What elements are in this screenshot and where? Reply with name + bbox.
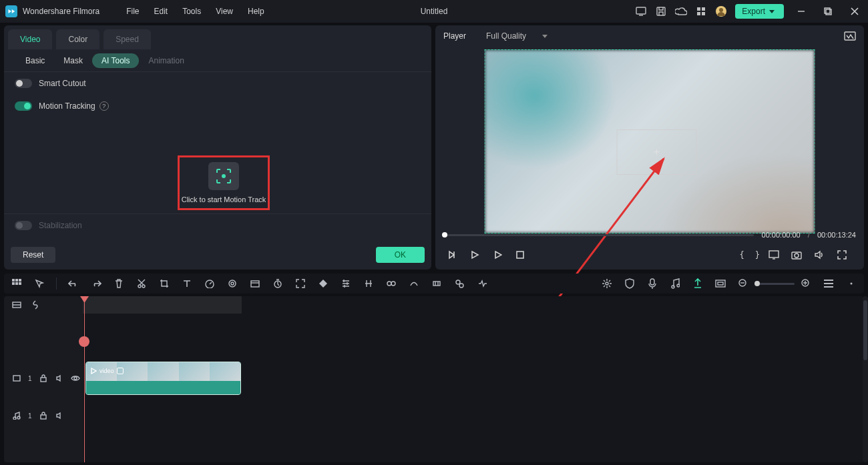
timeline-ruler[interactable]: 00:0000:00:05:0000:00:10:0000:00:15:0000… — [83, 296, 857, 314]
mark-out-icon[interactable]: } — [750, 250, 765, 260]
fit-icon[interactable] — [294, 278, 306, 290]
timeline: 00:0000:00:05:0000:00:10:0000:00:15:0000… — [4, 296, 864, 462]
more-icon[interactable] — [845, 278, 857, 290]
tool-c-icon[interactable] — [408, 278, 420, 290]
list-icon[interactable] — [823, 278, 835, 290]
motion-track-button[interactable] — [208, 162, 239, 190]
tool-f-icon[interactable] — [476, 278, 488, 290]
reset-button[interactable]: Reset — [11, 247, 55, 263]
window-maximize[interactable] — [819, 2, 837, 21]
quality-value: Full Quality — [486, 31, 526, 41]
stop-icon[interactable] — [511, 248, 529, 262]
menu-tools[interactable]: Tools — [182, 7, 201, 16]
pointer-icon[interactable] — [33, 278, 45, 290]
eye-icon[interactable] — [71, 374, 80, 383]
ok-button[interactable]: OK — [376, 247, 425, 263]
playhead-handle[interactable] — [79, 336, 89, 347]
display-icon[interactable] — [765, 248, 783, 262]
panel-top-tabs: Video Color Speed — [4, 25, 431, 49]
play-icon[interactable] — [466, 248, 483, 262]
svg-rect-1 — [636, 7, 646, 14]
grid-tool-icon[interactable] — [11, 278, 23, 290]
menu-file[interactable]: File — [126, 7, 139, 16]
redo-icon[interactable] — [90, 278, 102, 290]
zoom-out-icon[interactable] — [737, 278, 749, 290]
music-icon[interactable] — [669, 278, 681, 290]
save-icon[interactable] — [655, 5, 667, 17]
mic-icon[interactable] — [646, 278, 658, 290]
tab-color[interactable]: Color — [56, 29, 99, 49]
marker-icon[interactable] — [692, 278, 704, 290]
subtab-mask[interactable]: Mask — [54, 53, 92, 68]
subtab-animation[interactable]: Animation — [139, 53, 193, 68]
titlebar: Wondershare Filmora File Edit Tools View… — [0, 0, 868, 23]
svg-point-32 — [391, 282, 395, 286]
track-collapse-icon[interactable] — [12, 300, 21, 310]
zoom-slider[interactable] — [754, 283, 795, 285]
fullscreen-icon[interactable] — [833, 248, 851, 262]
avatar-icon[interactable] — [715, 5, 727, 17]
scrub-handle[interactable] — [442, 232, 447, 238]
step-back-icon[interactable] — [443, 248, 461, 262]
color-tool-icon[interactable] — [226, 278, 238, 290]
scrub-track[interactable] — [443, 234, 754, 236]
adjust-icon[interactable] — [340, 278, 352, 290]
cloud-icon[interactable] — [675, 5, 687, 17]
toggle-smart-cutout[interactable] — [15, 79, 32, 88]
svg-rect-20 — [19, 279, 21, 282]
undo-icon[interactable] — [67, 278, 79, 290]
quality-dropdown[interactable]: Full Quality — [486, 31, 548, 41]
timeline-scrollbar[interactable] — [863, 296, 868, 462]
app-brand: Wondershare Filmora — [23, 7, 99, 16]
overlay-icon[interactable] — [249, 278, 261, 290]
cut-icon[interactable] — [136, 278, 148, 290]
frame-icon[interactable] — [714, 278, 726, 290]
tool-e-icon[interactable] — [453, 278, 465, 290]
render-icon[interactable] — [601, 278, 613, 290]
subtab-ai-tools[interactable]: AI Tools — [92, 53, 139, 68]
window-close[interactable] — [845, 2, 864, 21]
menu-edit[interactable]: Edit — [154, 7, 168, 16]
player-viewport[interactable]: + — [485, 49, 815, 234]
mark-in-icon[interactable]: { — [734, 250, 750, 260]
help-icon[interactable]: ? — [99, 101, 109, 111]
mute-icon[interactable] — [55, 374, 64, 383]
timer-icon[interactable] — [272, 278, 284, 290]
tool-a-icon[interactable] — [363, 278, 375, 290]
mute-icon[interactable] — [55, 411, 64, 420]
menu-view[interactable]: View — [216, 7, 233, 16]
snapshot-icon[interactable] — [844, 30, 856, 42]
video-clip[interactable]: video — [85, 362, 241, 395]
svg-rect-22 — [15, 282, 18, 285]
grid-icon[interactable] — [695, 5, 707, 17]
speed-tool-icon[interactable] — [204, 278, 216, 290]
export-button[interactable]: Export — [735, 4, 784, 19]
toggle-motion-tracking[interactable] — [15, 101, 32, 111]
subtab-basic[interactable]: Basic — [16, 53, 54, 68]
export-button-label: Export — [742, 7, 765, 16]
text-icon[interactable] — [181, 278, 193, 290]
window-minimize[interactable] — [792, 2, 811, 21]
camera-icon[interactable] — [788, 248, 805, 262]
svg-rect-23 — [19, 282, 21, 285]
shield-icon[interactable] — [624, 278, 636, 290]
volume-icon[interactable] — [811, 248, 828, 262]
lock-icon[interactable] — [39, 374, 48, 383]
svg-rect-4 — [702, 7, 705, 11]
tool-d-icon[interactable] — [431, 278, 443, 290]
keyframe-icon[interactable] — [317, 278, 329, 290]
screen-icon[interactable] — [635, 5, 647, 17]
menu-help[interactable]: Help — [248, 7, 264, 16]
crop-icon[interactable] — [158, 278, 170, 290]
motion-track-selection[interactable]: + — [617, 129, 697, 175]
play-forward-icon[interactable] — [489, 248, 506, 262]
tool-b-icon[interactable] — [385, 278, 397, 290]
lock-icon[interactable] — [39, 411, 48, 420]
svg-rect-10 — [826, 9, 831, 15]
delete-icon[interactable] — [113, 278, 125, 290]
tab-speed[interactable]: Speed — [103, 29, 151, 49]
link-icon[interactable] — [31, 300, 40, 310]
zoom-in-icon[interactable] — [800, 278, 812, 290]
audio-track-icon — [12, 411, 21, 420]
tab-video[interactable]: Video — [8, 29, 52, 49]
